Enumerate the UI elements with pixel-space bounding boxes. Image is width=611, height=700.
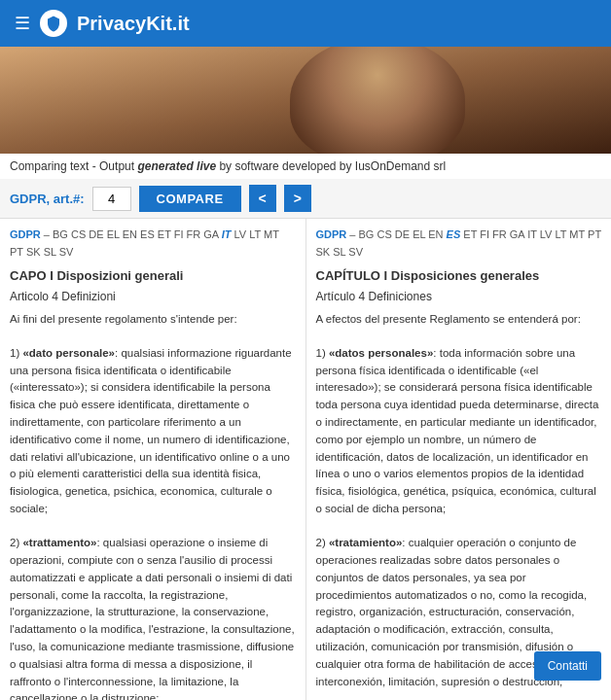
right-chapter-title: CAPÍTULO I Disposiciones generales <box>316 266 602 286</box>
left-item-1-number: 1) <box>10 347 22 359</box>
article-number-input[interactable] <box>92 187 131 211</box>
prev-button[interactable]: < <box>249 185 276 212</box>
logo-icon <box>40 10 67 37</box>
right-item-1-number: 1) <box>316 347 329 359</box>
subheader-bold: generated live <box>137 159 216 173</box>
left-item-1-term: «dato personale» <box>22 347 115 359</box>
right-langs: BG CS DE EL EN ES ET FI FR GA IT LV LT M… <box>316 228 601 258</box>
controls-bar: GDPR, art.#: COMPARE < > <box>0 179 611 219</box>
left-lang-bar: GDPR – BG CS DE EL EN ES ET FI FR GA IT … <box>10 227 296 261</box>
right-item-2-term: «tratamiento» <box>329 537 402 548</box>
left-intro: Ai fini del presente regolamento s'inten… <box>10 311 296 329</box>
menu-icon[interactable]: ☰ <box>15 13 30 34</box>
left-chapter-title: CAPO I Disposizioni generali <box>10 266 296 286</box>
hero-image <box>0 47 611 154</box>
compare-button[interactable]: COMPARE <box>139 186 241 212</box>
app-title: PrivacyKit.it <box>77 13 190 35</box>
right-article-title: Artículo 4 Definiciones <box>316 288 602 305</box>
left-item-2-term: «trattamento» <box>22 537 96 548</box>
app-header: ☰ PrivacyKit.it <box>0 0 611 47</box>
next-button[interactable]: > <box>284 185 311 212</box>
contact-button[interactable]: Contatti <box>534 651 601 681</box>
left-item-2-number: 2) <box>10 537 22 548</box>
left-item-1: 1) «dato personale»: qualsiasi informazi… <box>10 345 296 518</box>
right-item-1-rest: : toda información sobre una persona fís… <box>316 347 599 514</box>
right-lang-bar: GDPR – BG CS DE EL EN ES ET FI FR GA IT … <box>316 227 602 261</box>
subheader-prefix: Comparing text - Output <box>10 159 137 173</box>
subheader-suffix: by software developed by IusOnDemand srl <box>216 159 446 173</box>
right-item-2-number: 2) <box>316 537 329 548</box>
left-gdpr-link[interactable]: GDPR <box>10 228 41 240</box>
left-article-title: Articolo 4 Definizioni <box>10 288 296 305</box>
right-gdpr-link[interactable]: GDPR <box>316 228 347 240</box>
left-item-2: 2) «trattamento»: qualsiasi operazione o… <box>10 535 296 700</box>
left-item-1-rest: : qualsiasi informazione riguardante una… <box>10 347 292 514</box>
right-column: GDPR – BG CS DE EL EN ES ET FI FR GA IT … <box>306 219 612 700</box>
right-intro: A efectos del presente Reglamento se ent… <box>316 311 602 329</box>
main-content: GDPR – BG CS DE EL EN ES ET FI FR GA IT … <box>0 219 611 700</box>
controls-label: GDPR, art.#: <box>10 192 85 206</box>
left-column: GDPR – BG CS DE EL EN ES ET FI FR GA IT … <box>0 219 306 700</box>
left-langs: BG CS DE EL EN ES ET FI FR GA IT LV LT M… <box>10 228 279 258</box>
subheader-text: Comparing text - Output generated live b… <box>0 154 611 179</box>
right-item-1: 1) «datos personales»: toda información … <box>316 345 602 518</box>
left-item-2-rest: : qualsiasi operazione o insieme di oper… <box>10 537 295 700</box>
right-item-1-term: «datos personales» <box>329 347 433 359</box>
